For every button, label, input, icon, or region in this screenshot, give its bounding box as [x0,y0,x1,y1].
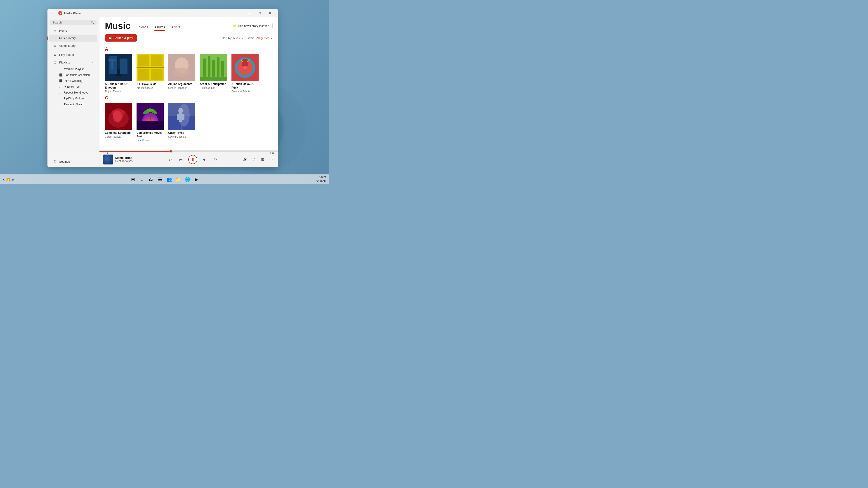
svg-rect-6 [138,55,149,66]
svg-point-28 [243,66,247,69]
album-art-ardor [200,54,227,81]
sidebar: 🔍 ⌂ Home ♪ Music library ▭ Video library… [48,17,99,167]
progress-bar-container[interactable] [99,151,278,152]
sidebar-playlists-header[interactable]: ☰ Playlists ∧ [49,59,97,66]
taskbar-right: 10/6/21 9:28 AM [316,176,327,183]
pause-button[interactable]: ⏸ [188,155,197,164]
album-card-all-arguments[interactable]: All The Arguments Ginger Teenager [168,54,195,93]
volume-tray-icon[interactable]: 🔊 [11,178,15,181]
sidebar-item-upbeat[interactable]: ♪ Upbeat 80's Groove [49,90,97,95]
sidebar-item-fantastic[interactable]: ♪ Fantastic Dream [49,102,97,107]
taskbar-media-button[interactable]: ▶ [192,175,200,184]
genre-button[interactable]: Genre: All genres ∨ [246,36,273,40]
track-info: Manic Trust Deaf Tortoises [103,155,144,164]
sidebar-fantastic-label: Fantastic Dream [64,103,84,106]
svg-point-40 [147,108,153,111]
shuffle-label: Shuffle & play [114,36,133,40]
svg-point-33 [113,111,122,122]
album-art-svg-compromise [136,103,164,130]
sidebar-item-play-queue[interactable]: ≡ Play queue [49,51,97,58]
sidebar-enjoy-label: ✦ Enjoy Pop [64,85,80,88]
svg-rect-8 [138,69,149,80]
taskbar-edge-button[interactable]: 🌐 [183,175,191,184]
taskbar-time: 10/6/21 9:28 AM [316,176,327,183]
sidebar-playlists-label: Playlists [59,61,70,64]
album-artist-compromise: Pete Brown [136,139,164,141]
sidebar-item-workout[interactable]: ♪ Workout Playlist [49,66,97,72]
shuffle-control-button[interactable]: ⇄ [166,156,174,163]
sidebar-item-uplifting[interactable]: ♪ Uplifting Motions [49,96,97,101]
playlist-star-icon: ♪ [59,85,62,88]
sidebar-bottom: ⚙ Settings [48,156,99,165]
albums-scroll-area[interactable]: A A Certain Kind Of Emotion [99,44,278,151]
playlist-music-icon: ♪ [59,68,62,71]
title-bar: ← Media Player — □ ✕ [48,9,278,17]
taskbar-search-button[interactable]: ⌕ [138,175,146,184]
sidebar-item-music-library[interactable]: ♪ Music library [49,35,97,41]
video-icon: ▭ [53,43,57,48]
close-button[interactable]: ✕ [265,9,275,17]
album-card-touch-punk[interactable]: A Touch Of Your Punk Compass Tribute [231,54,258,93]
tab-albums[interactable]: Albums [151,24,168,31]
tray-expand-icon[interactable]: ∧ [3,178,5,181]
expand-button[interactable]: ⤢ [250,156,257,163]
window-title: Media Player [64,11,244,15]
sidebar-item-kims-wedding[interactable]: ⬛ Kim's Wedding [49,78,97,84]
wifi-icon: 📶 [6,178,10,181]
album-card-ardor[interactable]: Ardor & Anticipation Pointlessknot [200,54,227,93]
content-top-row: Music Songs Albums Artists 📁 Add new lib… [105,21,273,31]
repeat-button[interactable]: ↻ [212,156,219,163]
sort-button[interactable]: Sort by: A to Z ∨ [222,36,244,40]
album-card-complete[interactable]: Complete Strangers Corbin Revival [105,103,132,141]
album-title-certain-kind: A Certain Kind Of Emotion [105,83,132,90]
svg-rect-48 [182,113,184,120]
cast-button[interactable]: ⊡ [259,156,266,163]
sidebar-item-enjoy-pop[interactable]: ♪ ✦ Enjoy Pop [49,84,97,90]
album-artist-all-have: Kicking Gloves [136,87,164,89]
maximize-button[interactable]: □ [254,9,265,17]
album-title-crazy: Crazy Times [168,131,195,135]
shuffle-button[interactable]: ⇄ Shuffle & play [105,34,137,41]
volume-button[interactable]: 🔊 [242,156,249,163]
taskbar-teams-button[interactable]: 👥 [165,175,173,184]
album-card-certain-kind[interactable]: A Certain Kind Of Emotion Flight of Venu… [105,54,132,93]
more-options-button[interactable]: ⋯ [268,156,274,163]
svg-rect-21 [217,57,219,76]
album-card-compromise[interactable]: Compromise Moves Fast Pete Brown [136,103,164,141]
sidebar-item-settings[interactable]: ⚙ Settings [49,158,97,165]
tab-artists[interactable]: Artists [168,24,183,31]
album-art-compromise [136,103,164,130]
time-current: 1:24 [103,152,108,155]
taskbar-start-button[interactable]: ⊞ [129,175,137,184]
album-card-crazy[interactable]: Crazy Times Saving Gabrielle [168,103,195,141]
svg-rect-2 [120,59,127,74]
add-library-button[interactable]: 📁 Add new library location [230,23,273,29]
search-icon: 🔍 [91,21,94,24]
sidebar-item-home[interactable]: ⌂ Home [49,27,97,34]
back-button[interactable]: ← [50,10,57,16]
svg-rect-9 [151,69,162,80]
taskbar-explorer-button[interactable]: 📁 [174,175,182,184]
system-tray: ∧ 📶 🔊 [3,178,15,181]
album-title-compromise: Compromise Moves Fast [136,131,164,138]
tab-songs[interactable]: Songs [136,24,151,31]
album-art-svg-have [136,54,164,81]
svg-rect-1 [110,56,117,74]
sidebar-settings-label: Settings [59,160,70,163]
minimize-button[interactable]: — [244,9,254,17]
search-box[interactable]: 🔍 [50,20,96,25]
sidebar-uplifting-label: Uplifting Motions [64,97,84,100]
sidebar-item-pop-music[interactable]: ⬛ Pop Music Collection [49,72,97,78]
album-artist-crazy: Saving Gabrielle [168,135,195,138]
genre-chevron-icon: ∨ [270,36,273,40]
sidebar-item-video-library[interactable]: ▭ Video library [49,42,97,49]
album-card-all-have[interactable]: All I Have Is Me Kicking Gloves [136,54,164,93]
search-input[interactable] [53,21,91,24]
next-button[interactable]: ⏭ [201,156,208,163]
previous-button[interactable]: ⏮ [178,156,185,163]
album-title-all-have: All I Have Is Me [136,83,164,86]
taskbar-store-button[interactable]: ☰ [156,175,164,184]
albums-row-c: Complete Strangers Corbin Revival [105,103,273,141]
track-album-art [103,155,113,164]
taskbar-files-button[interactable]: 🗂 [147,175,155,184]
